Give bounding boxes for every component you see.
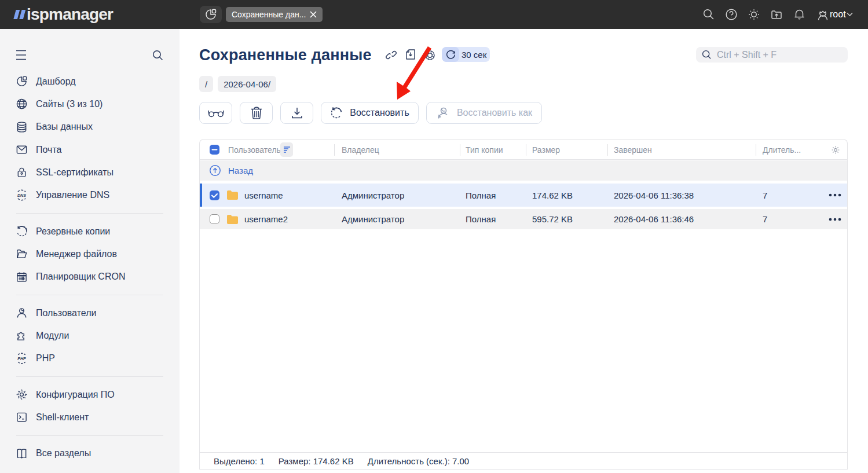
svg-text:PHP: PHP xyxy=(17,357,26,361)
svg-text:DNS: DNS xyxy=(17,193,26,198)
